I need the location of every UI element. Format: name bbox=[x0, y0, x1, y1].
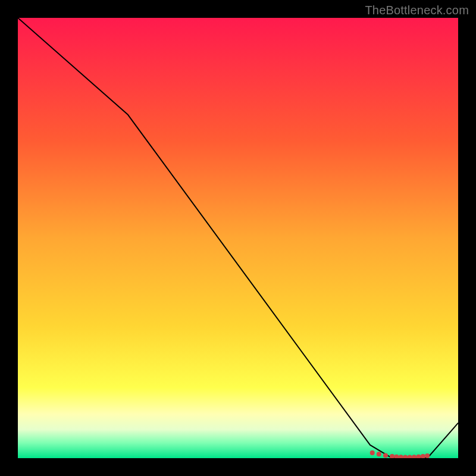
chart-svg bbox=[18, 18, 458, 458]
gradient-background bbox=[18, 18, 458, 458]
plot-area bbox=[18, 18, 458, 458]
marker-dot bbox=[370, 450, 375, 455]
chart-frame: TheBottleneck.com bbox=[0, 0, 476, 476]
watermark-text: TheBottleneck.com bbox=[365, 4, 469, 17]
marker-dot bbox=[425, 453, 430, 458]
marker-dot bbox=[383, 453, 388, 458]
marker-dot bbox=[377, 452, 381, 456]
